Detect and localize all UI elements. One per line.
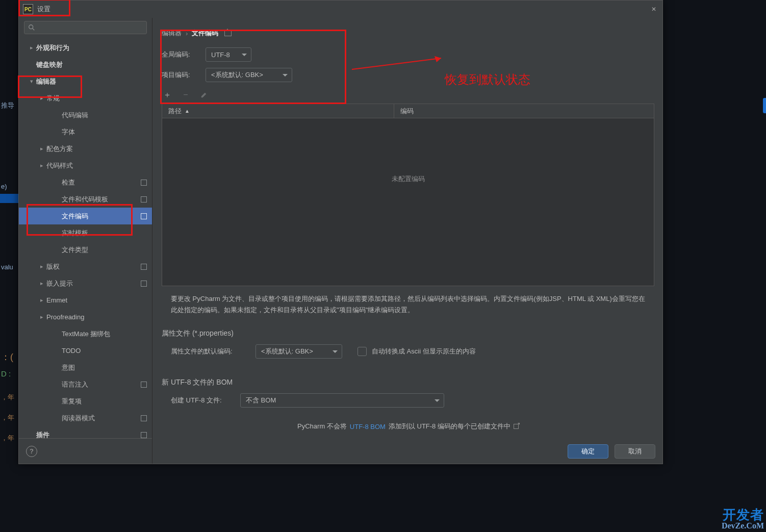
chevron-right-icon: ▸ — [37, 314, 46, 320]
search-input[interactable] — [24, 21, 147, 34]
tree-item-color-scheme[interactable]: ▸配色方案 — [19, 140, 152, 157]
tree-item-emmet[interactable]: ▸Emmet — [19, 292, 152, 309]
chevron-right-icon: ▸ — [37, 263, 46, 270]
chevron-right-icon: ▸ — [37, 297, 46, 303]
close-icon[interactable]: ✕ — [648, 4, 659, 15]
dialog-buttons: 确定 取消 — [568, 439, 655, 464]
tree-item-label: 嵌入提示 — [46, 279, 141, 288]
chevron-down-icon — [242, 54, 247, 56]
project-scope-icon — [141, 213, 147, 219]
bom-create-combo[interactable]: 不含 BOM — [240, 393, 444, 408]
edit-icon — [198, 89, 210, 100]
chevron-down-icon — [333, 350, 338, 353]
tree-item-label: Emmet — [46, 296, 147, 304]
paths-toolbar: ＋ − — [162, 89, 654, 100]
tree-item-label: 编辑器 — [36, 77, 147, 86]
tree-item-proof[interactable]: ▸Proofreading — [19, 309, 152, 325]
tree-item-editor[interactable]: ▾编辑器 — [19, 73, 152, 90]
external-link-icon — [514, 424, 519, 429]
tree-item-inspections[interactable]: 检查 — [19, 174, 152, 191]
tree-item-label: 文件编码 — [62, 212, 141, 221]
bom-create-label: 创建 UTF-8 文件: — [171, 396, 232, 405]
tree-item-todo[interactable]: TODO — [19, 342, 152, 359]
search-icon — [28, 24, 35, 31]
reset-icon[interactable] — [224, 30, 232, 36]
ascii-checkbox[interactable] — [358, 347, 367, 356]
breadcrumb-current: 文件编码 — [192, 29, 218, 38]
tree-item-label: TextMate 捆绑包 — [62, 330, 147, 339]
tree-item-inlay[interactable]: ▸嵌入提示 — [19, 275, 152, 292]
project-scope-icon — [141, 264, 147, 270]
tree-item-lang-inj[interactable]: 语言注入 — [19, 376, 152, 393]
window-title: 设置 — [37, 5, 50, 14]
tree-item-code-style[interactable]: ▸代码样式 — [19, 157, 152, 174]
project-scope-icon — [141, 281, 147, 287]
project-scope-icon — [141, 382, 147, 388]
tree-item-label: TODO — [62, 347, 147, 354]
paths-table-header: 路径▲ 编码 — [162, 104, 654, 118]
sort-asc-icon: ▲ — [185, 108, 190, 114]
project-encoding-label: 项目编码: — [162, 70, 197, 80]
breadcrumb-parent[interactable]: 编辑器 — [162, 29, 182, 38]
pycharm-logo-icon: PC — [23, 4, 33, 14]
tree-item-file-types[interactable]: 文件类型 — [19, 241, 152, 258]
tree-item-file-tpl[interactable]: 文件和代码模板 — [19, 191, 152, 208]
tree-item-label: Proofreading — [46, 313, 147, 321]
tree-item-label: 版权 — [46, 262, 141, 271]
empty-table-text: 未配置编码 — [392, 174, 425, 184]
remove-icon: − — [180, 89, 191, 100]
tree-item-label: 常规 — [46, 94, 147, 103]
tree-item-duplicates[interactable]: 重复项 — [19, 393, 152, 410]
settings-tree[interactable]: ▸外观和行为键盘映射▾编辑器▸常规代码编辑字体▸配色方案▸代码样式检查文件和代码… — [19, 39, 152, 464]
tree-item-label: 实时模板 — [62, 229, 147, 238]
tree-item-label: 外观和行为 — [36, 43, 147, 53]
project-encoding-combo[interactable]: <系统默认: GBK> — [206, 68, 292, 82]
encoding-help-text: 要更改 PyCharm 为文件、目录或整个项目使用的编码，请根据需要添加其路径，… — [171, 293, 645, 316]
column-encoding[interactable]: 编码 — [394, 104, 654, 118]
chevron-right-icon: ▸ — [27, 44, 36, 51]
tree-item-textmate[interactable]: TextMate 捆绑包 — [19, 325, 152, 342]
chevron-right-icon: ▸ — [37, 162, 46, 169]
tree-item-file-enc[interactable]: 文件编码 — [19, 208, 152, 224]
tree-item-general[interactable]: ▸常规 — [19, 90, 152, 107]
tree-item-label: 配色方案 — [46, 144, 147, 154]
tree-item-font[interactable]: 字体 — [19, 123, 152, 140]
svg-line-1 — [33, 29, 35, 31]
column-path[interactable]: 路径▲ — [162, 104, 394, 118]
breadcrumb-separator: › — [186, 30, 188, 37]
bom-section-title: 新 UTF-8 文件的 BOM — [162, 378, 654, 387]
tree-item-label: 代码编辑 — [62, 111, 147, 120]
settings-sidebar: ▸外观和行为键盘映射▾编辑器▸常规代码编辑字体▸配色方案▸代码样式检查文件和代码… — [19, 18, 152, 464]
tree-item-label: 意图 — [62, 363, 147, 372]
tree-item-label: 阅读器模式 — [62, 414, 141, 423]
tree-item-label: 文件类型 — [62, 245, 147, 255]
chevron-right-icon: ▸ — [37, 95, 46, 102]
props-default-combo[interactable]: <系统默认: GBK> — [256, 344, 342, 359]
add-icon[interactable]: ＋ — [162, 89, 173, 100]
ascii-checkbox-label: 自动转换成 Ascii 但显示原生的内容 — [372, 347, 476, 356]
chevron-down-icon: ▾ — [27, 78, 36, 85]
ok-button[interactable]: 确定 — [568, 444, 608, 459]
tree-item-label: 检查 — [62, 178, 141, 187]
sidebar-footer: ? — [19, 438, 152, 464]
svg-point-0 — [29, 25, 33, 29]
global-encoding-label: 全局编码: — [162, 50, 197, 59]
tree-item-keymap[interactable]: 键盘映射 — [19, 56, 152, 73]
tree-item-intentions[interactable]: 意图 — [19, 359, 152, 376]
utf8-bom-link[interactable]: UTF-8 BOM — [350, 423, 386, 430]
tree-item-label: 语言注入 — [62, 380, 141, 389]
chevron-right-icon: ▸ — [37, 145, 46, 152]
tree-item-appearance[interactable]: ▸外观和行为 — [19, 39, 152, 56]
tree-item-reader[interactable]: 阅读器模式 — [19, 410, 152, 426]
global-encoding-combo[interactable]: UTF-8 — [206, 47, 251, 62]
project-scope-icon — [141, 415, 147, 421]
tree-item-live-tpl[interactable]: 实时模板 — [19, 224, 152, 241]
tree-item-code-edit[interactable]: 代码编辑 — [19, 107, 152, 123]
help-icon[interactable]: ? — [26, 446, 37, 457]
chevron-down-icon — [435, 399, 440, 402]
titlebar: PC 设置 ✕ — [19, 1, 662, 18]
cancel-button[interactable]: 取消 — [615, 444, 655, 459]
tree-item-copyright[interactable]: ▸版权 — [19, 258, 152, 275]
right-gutter-indicator — [763, 98, 766, 113]
paths-table-body: 未配置编码 — [162, 118, 654, 286]
